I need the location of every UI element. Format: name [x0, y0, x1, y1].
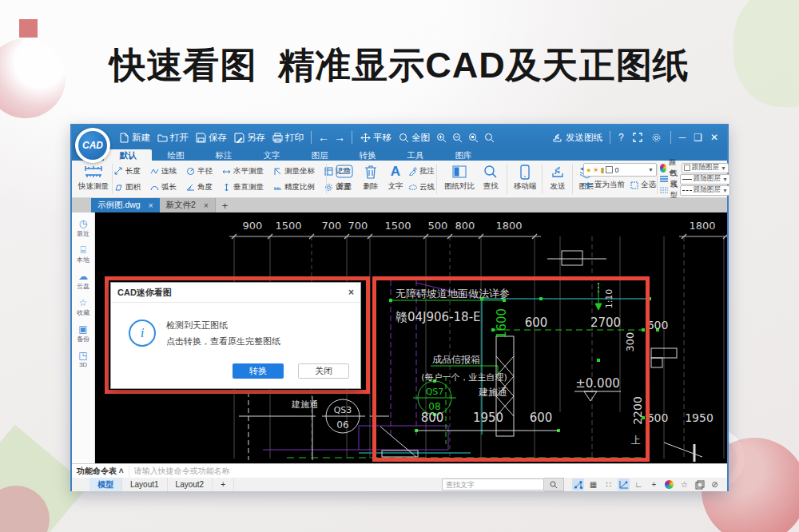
linetype-dropdown[interactable]: 跟随图层▼ [680, 185, 730, 196]
layout-tab-model[interactable]: 模型 [89, 478, 122, 491]
layer-dropdown[interactable]: ● ☀ ▮ 0 ▼ [583, 163, 657, 177]
text-label: 文字 [388, 181, 403, 190]
tab-default[interactable]: 默认 [104, 149, 152, 161]
tab-convert[interactable]: 转换 [344, 149, 392, 161]
background-color-icon[interactable] [663, 478, 675, 490]
fullscreen-icon[interactable] [632, 132, 643, 143]
close-dialog-button[interactable]: 关闭 [298, 363, 349, 379]
quick-measure-button[interactable]: 快速测量 [77, 162, 110, 192]
set-current-button[interactable]: 置为当前 [583, 180, 625, 190]
angle-label: 角度 [197, 182, 213, 193]
dot-grid-icon[interactable]: ∷ [602, 478, 614, 490]
add-layout-button[interactable]: + [213, 478, 234, 491]
new-button[interactable]: 新建 [118, 132, 150, 144]
save-as-button[interactable]: 另存 [233, 132, 265, 144]
new-tab-button[interactable]: + [216, 198, 235, 212]
delete-button[interactable]: 删除 [360, 162, 382, 192]
zoom-previous-icon[interactable] [483, 132, 495, 143]
help-icon[interactable]: ? [618, 132, 624, 143]
toolbar-separator [507, 164, 507, 194]
calculate-button[interactable]: 123 算量 [331, 162, 358, 192]
color-wheel-icon [665, 480, 674, 489]
send-drawing-button[interactable]: 发送图纸 [552, 132, 602, 144]
pan-button[interactable]: 平移 [360, 132, 392, 144]
tab-tools[interactable]: 工具 [392, 149, 439, 161]
send-button[interactable]: 发送 [547, 162, 569, 192]
convert-button[interactable]: 转换 [233, 363, 284, 379]
cad-canvas[interactable]: 900 1500 700 700 1500 500 800 1800 1800 [95, 212, 727, 463]
find-text-button[interactable] [544, 478, 564, 491]
tab-draw[interactable]: 绘图 [152, 149, 200, 161]
zoom-window-icon[interactable] [467, 132, 479, 143]
measure-angle-button[interactable]: 角度 [185, 179, 221, 195]
measure-radius-button[interactable]: 半径 [185, 163, 221, 179]
rail-item-cloud[interactable]: ☁云盘 [77, 272, 89, 291]
measure-coordinate-button[interactable]: 测量坐标 [272, 163, 324, 179]
linewidth-icon [660, 174, 668, 184]
cloud-line-button[interactable]: 云线 [407, 179, 435, 195]
doc-tab-sample[interactable]: 示例图.dwg× [91, 198, 160, 212]
measure-arc-button[interactable]: 弧长 [149, 179, 185, 195]
zoom-out-icon[interactable] [451, 132, 463, 143]
tab-library[interactable]: 图库 [439, 149, 487, 161]
lineweight-icon[interactable]: ⊘ [709, 478, 721, 490]
ortho-icon[interactable]: ∟ [633, 478, 645, 490]
tab-layer[interactable]: 图层 [296, 149, 344, 161]
command-input[interactable] [129, 466, 727, 475]
favorite-icon[interactable]: ☆ [678, 478, 690, 490]
layout-tab-2[interactable]: Layout2 [168, 478, 213, 491]
zoom-extents-button[interactable]: 全图 [398, 132, 430, 144]
compare-button[interactable]: 图纸对比 [441, 162, 478, 192]
select-all-button[interactable]: 全选 [630, 180, 656, 190]
frame-icon[interactable] [694, 478, 706, 490]
tab-dimension[interactable]: 标注 [200, 149, 248, 161]
polar-tracking-icon[interactable] [618, 478, 630, 490]
rail-item-local[interactable]: ⌸本地 [77, 245, 89, 264]
measure-vertical-button[interactable]: 垂直测量 [221, 179, 272, 195]
redo-icon[interactable]: → [334, 131, 345, 144]
undo-icon[interactable]: ← [318, 131, 329, 144]
print-button[interactable]: 打印 [272, 132, 304, 144]
rail-item-recent[interactable]: ◷最近 [77, 219, 89, 238]
crosshair-icon[interactable]: + [648, 478, 660, 490]
measure-area-button[interactable]: 面积 [113, 179, 149, 195]
command-list-toggle[interactable]: 功能命令表 ˄ [72, 466, 129, 477]
rail-item-backup[interactable]: ▣备份 [77, 324, 89, 343]
close-tab-icon[interactable]: × [204, 201, 209, 210]
measure-continuous-button[interactable]: 连续 [149, 163, 185, 179]
text-button[interactable]: A 文字 [385, 162, 406, 192]
dialog-buttons: 转换 关闭 [111, 363, 360, 388]
titlebar-right-cluster: 发送图纸 ? ─ ❑ ✕ [549, 131, 727, 144]
doc-tab-newfile[interactable]: 新文件2× [160, 198, 216, 212]
rail-item-favorites[interactable]: ☆收藏 [77, 298, 89, 317]
minimize-button[interactable]: ─ [679, 132, 686, 143]
layout-tab-1[interactable]: Layout1 [122, 478, 168, 491]
dialog-close-icon[interactable]: × [348, 287, 354, 298]
dim-700: 700 [348, 220, 368, 232]
zoom-in-icon[interactable] [435, 132, 447, 143]
color-dropdown[interactable]: 跟随图层▼ [682, 163, 729, 173]
save-button[interactable]: 保存 [195, 132, 227, 144]
maximize-button[interactable]: ❑ [694, 132, 702, 143]
tab-text[interactable]: 文字 [248, 149, 296, 161]
measure-length-button[interactable]: 长度 [113, 163, 149, 179]
close-tab-icon[interactable]: × [149, 201, 153, 210]
vertical-measure-label: 垂直测量 [233, 182, 264, 193]
precision-scale-button[interactable]: 精度比例 [272, 179, 324, 195]
settings-gear-icon[interactable] [651, 132, 662, 143]
annotate-button[interactable]: 批注 [407, 163, 435, 179]
close-button[interactable]: ✕ [710, 132, 718, 143]
find-button[interactable]: 查找 [479, 162, 502, 192]
up-text: 上 [631, 435, 641, 446]
measure-horizontal-button[interactable]: 水平测量 [221, 163, 272, 179]
open-button[interactable]: 打开 [157, 132, 189, 144]
mobile-button[interactable]: 移动端 [511, 162, 539, 192]
grid-icon[interactable]: ▦ [587, 478, 599, 490]
decor-red-circle-bottomleft [0, 486, 50, 532]
titlebar-separator [670, 131, 671, 144]
object-snap-icon[interactable] [572, 478, 584, 490]
find-text-input[interactable] [442, 478, 544, 490]
rail-item-3d[interactable]: ◳3D [78, 351, 87, 368]
linewidth-dropdown[interactable]: 跟随图层▼ [680, 174, 730, 185]
linetype-property-row: 线型 跟随图层▼ [660, 185, 729, 196]
